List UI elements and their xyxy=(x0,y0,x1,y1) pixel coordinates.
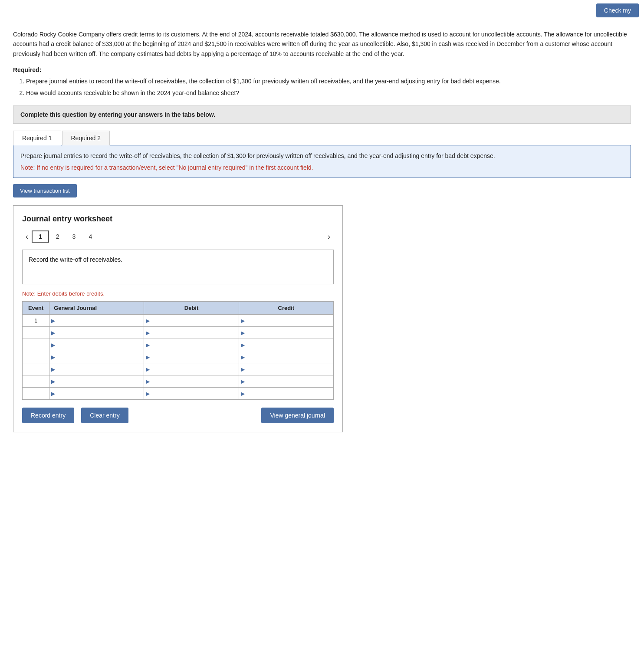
journal-input-2[interactable] xyxy=(57,340,144,350)
journal-input-4[interactable] xyxy=(57,364,144,374)
credit-input-0[interactable] xyxy=(246,316,333,326)
journal-arrow-icon-0: ▶ xyxy=(49,318,57,324)
table-row-debit-4[interactable]: ▶ xyxy=(144,363,239,375)
journal-input-1[interactable] xyxy=(57,328,144,338)
table-row-credit-5[interactable]: ▶ xyxy=(239,375,333,388)
table-row-debit-1[interactable]: ▶ xyxy=(144,327,239,339)
debit-input-0[interactable] xyxy=(151,316,238,326)
table-row-event-0: 1 xyxy=(23,315,49,327)
table-row-journal-1[interactable]: ▶ xyxy=(49,327,144,339)
journal-input-0[interactable] xyxy=(57,316,144,326)
table-row-credit-1[interactable]: ▶ xyxy=(239,327,333,339)
tab-required-1[interactable]: Required 1 xyxy=(13,131,61,145)
credit-input-2[interactable] xyxy=(246,340,333,350)
col-credit: Credit xyxy=(239,302,333,315)
journal-input-6[interactable] xyxy=(57,388,144,398)
credit-input-4[interactable] xyxy=(246,364,333,374)
debit-input-4[interactable] xyxy=(151,364,238,374)
view-general-journal-button[interactable]: View general journal xyxy=(261,408,334,423)
credit-arrow-icon-0: ▶ xyxy=(239,318,246,324)
view-transaction-button[interactable]: View transaction list xyxy=(13,184,77,197)
table-row-journal-4[interactable]: ▶ xyxy=(49,363,144,375)
credit-arrow-icon-6: ▶ xyxy=(239,391,246,397)
debit-input-2[interactable] xyxy=(151,340,238,350)
debit-input-5[interactable] xyxy=(151,376,238,386)
table-row-event-1 xyxy=(23,327,49,339)
bottom-buttons: Record entry Clear entry View general jo… xyxy=(22,408,334,423)
required-list: Prepare journal entries to record the wr… xyxy=(26,77,631,98)
table-row-journal-6[interactable]: ▶ xyxy=(49,388,144,400)
table-row-journal-3[interactable]: ▶ xyxy=(49,351,144,363)
required-item-1: Prepare journal entries to record the wr… xyxy=(26,77,631,86)
table-row-debit-5[interactable]: ▶ xyxy=(144,375,239,388)
pagination-row: ‹ 1 2 3 4 › xyxy=(22,230,334,243)
table-row-credit-2[interactable]: ▶ xyxy=(239,339,333,351)
table-row-credit-3[interactable]: ▶ xyxy=(239,351,333,363)
page-2-button[interactable]: 2 xyxy=(50,231,66,242)
table-row-journal-0[interactable]: ▶ xyxy=(49,315,144,327)
table-row-event-3 xyxy=(23,351,49,363)
debit-arrow-icon-0: ▶ xyxy=(144,318,151,324)
table-row-event-6 xyxy=(23,388,49,400)
debit-input-1[interactable] xyxy=(151,328,238,338)
top-bar: Check my xyxy=(0,0,644,21)
record-entry-button[interactable]: Record entry xyxy=(22,408,74,423)
debit-arrow-icon-2: ▶ xyxy=(144,342,151,348)
credit-input-3[interactable] xyxy=(246,352,333,362)
record-description-box: Record the write-off of receivables. xyxy=(22,250,334,284)
required-label: Required: xyxy=(13,66,631,73)
table-row-event-5 xyxy=(23,375,49,388)
required-item-2: How would accounts receivable be shown i… xyxy=(26,89,631,98)
table-row-debit-2[interactable]: ▶ xyxy=(144,339,239,351)
table-row-event-2 xyxy=(23,339,49,351)
journal-arrow-icon-5: ▶ xyxy=(49,378,57,385)
table-row-journal-2[interactable]: ▶ xyxy=(49,339,144,351)
credit-arrow-icon-4: ▶ xyxy=(239,366,246,372)
debit-arrow-icon-4: ▶ xyxy=(144,366,151,372)
debit-input-6[interactable] xyxy=(151,388,238,398)
journal-arrow-icon-4: ▶ xyxy=(49,366,57,372)
journal-arrow-icon-6: ▶ xyxy=(49,391,57,397)
credit-arrow-icon-3: ▶ xyxy=(239,354,246,360)
credit-arrow-icon-5: ▶ xyxy=(239,378,246,385)
table-row-debit-6[interactable]: ▶ xyxy=(144,388,239,400)
table-row-credit-0[interactable]: ▶ xyxy=(239,315,333,327)
credit-arrow-icon-2: ▶ xyxy=(239,342,246,348)
credit-input-6[interactable] xyxy=(246,388,333,398)
journal-arrow-icon-2: ▶ xyxy=(49,342,57,348)
tab-description: Prepare journal entries to record the wr… xyxy=(20,152,495,159)
tab-required-2[interactable]: Required 2 xyxy=(62,131,110,145)
credit-input-5[interactable] xyxy=(246,376,333,386)
journal-table: Event General Journal Debit Credit 1▶▶▶▶… xyxy=(22,301,334,400)
debit-arrow-icon-3: ▶ xyxy=(144,354,151,360)
credit-input-1[interactable] xyxy=(246,328,333,338)
page-4-button[interactable]: 4 xyxy=(82,231,98,242)
debit-arrow-icon-5: ▶ xyxy=(144,378,151,385)
check-my-button[interactable]: Check my xyxy=(596,3,639,17)
journal-input-5[interactable] xyxy=(57,376,144,386)
main-content: Colorado Rocky Cookie Company offers cre… xyxy=(0,21,644,445)
note-debits: Note: Enter debits before credits. xyxy=(22,290,334,297)
next-page-button[interactable]: › xyxy=(324,231,334,242)
col-event: Event xyxy=(23,302,49,315)
table-row-debit-3[interactable]: ▶ xyxy=(144,351,239,363)
journal-arrow-icon-1: ▶ xyxy=(49,330,57,336)
debit-arrow-icon-1: ▶ xyxy=(144,330,151,336)
instruction-box: Complete this question by entering your … xyxy=(13,105,631,124)
debit-input-3[interactable] xyxy=(151,352,238,362)
journal-worksheet: Journal entry worksheet ‹ 1 2 3 4 › Reco… xyxy=(13,205,343,432)
table-row-credit-6[interactable]: ▶ xyxy=(239,388,333,400)
record-description-text: Record the write-off of receivables. xyxy=(29,256,122,263)
table-row-debit-0[interactable]: ▶ xyxy=(144,315,239,327)
page-1-button[interactable]: 1 xyxy=(32,230,49,243)
clear-entry-button[interactable]: Clear entry xyxy=(81,408,128,423)
table-row-journal-5[interactable]: ▶ xyxy=(49,375,144,388)
tab-note: Note: If no entry is required for a tran… xyxy=(20,163,624,172)
prev-page-button[interactable]: ‹ xyxy=(22,231,32,242)
journal-input-3[interactable] xyxy=(57,352,144,362)
debit-arrow-icon-6: ▶ xyxy=(144,391,151,397)
worksheet-title: Journal entry worksheet xyxy=(22,214,334,224)
page-3-button[interactable]: 3 xyxy=(66,231,82,242)
tab-content-area: Prepare journal entries to record the wr… xyxy=(13,145,631,178)
table-row-credit-4[interactable]: ▶ xyxy=(239,363,333,375)
